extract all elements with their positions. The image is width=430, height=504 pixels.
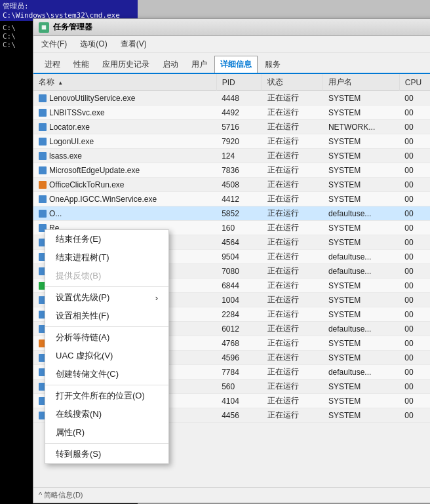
- menu-view[interactable]: 查看(V): [118, 37, 149, 51]
- tab-services[interactable]: 服务: [259, 56, 286, 73]
- submenu-arrow-icon: ›: [155, 293, 158, 303]
- context-menu-item[interactable]: 属性(R): [45, 423, 168, 442]
- proc-cpu-cell: 00: [399, 192, 430, 206]
- context-menu-item: 提供反馈(B): [45, 267, 168, 285]
- proc-name-cell: Locator.exe: [33, 120, 216, 134]
- proc-cpu-cell: 00: [399, 351, 430, 365]
- proc-user-cell: SYSTEM: [323, 221, 399, 235]
- proc-pid-cell: 4412: [216, 192, 262, 206]
- proc-name-cell: LenovoUtilityService.exe: [33, 91, 216, 106]
- proc-cpu-cell: 00: [399, 408, 430, 423]
- proc-status-cell: 正在运行: [262, 91, 323, 106]
- proc-cpu-cell: 00: [399, 91, 430, 106]
- proc-icon: [39, 138, 47, 145]
- table-row[interactable]: MicrosoftEdgeUpdate.exe 7836 正在运行 SYSTEM…: [33, 163, 430, 178]
- tm-title: 任务管理器: [53, 22, 92, 33]
- proc-pid-cell: 9504: [216, 250, 262, 264]
- context-menu-item[interactable]: 设置相关性(F): [45, 307, 168, 325]
- proc-status-cell: 正在运行: [262, 307, 323, 322]
- proc-icon: [39, 109, 47, 117]
- proc-pid-cell: 160: [216, 221, 262, 235]
- menu-bar: 文件(F) 选项(O) 查看(V): [33, 36, 430, 53]
- proc-user-cell: defaultuse...: [323, 264, 399, 279]
- proc-cpu-cell: 00: [399, 134, 430, 149]
- proc-user-cell: SYSTEM: [323, 408, 399, 423]
- table-row[interactable]: OfficeClickToRun.exe 4508 正在运行 SYSTEM 00: [33, 178, 430, 192]
- proc-pid-cell: 4596: [216, 351, 262, 365]
- proc-user-cell: defaultuse...: [323, 206, 399, 221]
- proc-cpu-cell: 00: [399, 379, 430, 394]
- proc-name-cell: MicrosoftEdgeUpdate.exe: [33, 163, 216, 178]
- menu-options[interactable]: 选项(O): [77, 37, 109, 51]
- proc-user-cell: SYSTEM: [323, 134, 399, 149]
- proc-cpu-cell: 00: [399, 250, 430, 264]
- tab-performance[interactable]: 性能: [68, 56, 95, 73]
- proc-pid-cell: 6844: [216, 279, 262, 293]
- tab-users[interactable]: 用户: [186, 56, 213, 73]
- tab-processes[interactable]: 进程: [39, 56, 66, 73]
- context-menu-item[interactable]: 结束进程树(T): [45, 248, 168, 267]
- proc-icon: [39, 195, 47, 203]
- proc-cpu-cell: 00: [399, 163, 430, 178]
- proc-cpu-cell: 00: [399, 365, 430, 379]
- tab-details[interactable]: 详细信息: [214, 56, 258, 73]
- tab-app-history[interactable]: 应用历史记录: [96, 56, 155, 73]
- context-menu-item[interactable]: 分析等待链(A): [45, 328, 168, 347]
- col-pid[interactable]: PID: [216, 74, 262, 91]
- table-row[interactable]: LNBITSSvc.exe 4492 正在运行 SYSTEM 00: [33, 106, 430, 120]
- tab-startup[interactable]: 启动: [157, 56, 184, 73]
- proc-cpu-cell: 00: [399, 307, 430, 322]
- col-status[interactable]: 状态: [262, 74, 323, 91]
- table-row[interactable]: Locator.exe 5716 正在运行 NETWORK... 00: [33, 120, 430, 134]
- proc-user-cell: defaultuse...: [323, 250, 399, 264]
- menu-file[interactable]: 文件(F): [39, 37, 69, 51]
- proc-pid-cell: 1004: [216, 293, 262, 307]
- table-header-row: 名称 ▲ PID 状态 用户名 CPU: [33, 74, 430, 91]
- proc-name-cell: O...: [33, 206, 216, 221]
- proc-status-cell: 正在运行: [262, 206, 323, 221]
- proc-status-cell: 正在运行: [262, 322, 323, 336]
- context-menu-item[interactable]: 在线搜索(N): [45, 405, 168, 423]
- proc-pid-cell: 4456: [216, 408, 262, 423]
- proc-icon: [39, 94, 47, 102]
- proc-pid-cell: 7080: [216, 264, 262, 279]
- status-text[interactable]: ^ 简略信息(D): [39, 490, 83, 500]
- proc-user-cell: SYSTEM: [323, 106, 399, 120]
- col-name[interactable]: 名称 ▲: [33, 74, 216, 91]
- col-cpu[interactable]: CPU: [399, 74, 430, 91]
- table-row[interactable]: LogonUI.exe 7920 正在运行 SYSTEM 00: [33, 134, 430, 149]
- proc-pid-cell: 560: [216, 379, 262, 394]
- proc-cpu-cell: 00: [399, 322, 430, 336]
- table-row[interactable]: O... 5852 正在运行 defaultuse... 00: [33, 206, 430, 221]
- proc-status-cell: 正在运行: [262, 106, 323, 120]
- proc-user-cell: defaultuse...: [323, 322, 399, 336]
- proc-user-cell: SYSTEM: [323, 91, 399, 106]
- context-menu-item[interactable]: 设置优先级(P)›: [45, 288, 168, 307]
- proc-pid-cell: 124: [216, 149, 262, 163]
- context-menu-item[interactable]: 创建转储文件(C): [45, 365, 168, 383]
- proc-user-cell: SYSTEM: [323, 336, 399, 351]
- context-menu-item[interactable]: 转到服务(S): [45, 445, 168, 463]
- cmd-title-text: 管理员: C:\Windows\system32\cmd.exe: [3, 2, 120, 20]
- proc-status-cell: 正在运行: [262, 149, 323, 163]
- context-menu-item[interactable]: 打开文件所在的位置(O): [45, 387, 168, 405]
- col-username[interactable]: 用户名: [323, 74, 399, 91]
- proc-status-cell: 正在运行: [262, 264, 323, 279]
- proc-user-cell: SYSTEM: [323, 235, 399, 250]
- context-menu-item[interactable]: UAC 虚拟化(V): [45, 347, 168, 365]
- proc-status-cell: 正在运行: [262, 250, 323, 264]
- proc-status-cell: 正在运行: [262, 279, 323, 293]
- proc-user-cell: SYSTEM: [323, 192, 399, 206]
- proc-pid-cell: 7836: [216, 163, 262, 178]
- proc-icon: [39, 152, 47, 160]
- table-row[interactable]: OneApp.IGCC.WinService.exe 4412 正在运行 SYS…: [33, 192, 430, 206]
- proc-name-cell: LogonUI.exe: [33, 134, 216, 149]
- proc-pid-cell: 5852: [216, 206, 262, 221]
- context-menu-item[interactable]: 结束任务(E): [45, 230, 168, 248]
- proc-icon: [39, 123, 47, 131]
- proc-user-cell: SYSTEM: [323, 279, 399, 293]
- table-row[interactable]: LenovoUtilityService.exe 4448 正在运行 SYSTE…: [33, 91, 430, 106]
- proc-status-cell: 正在运行: [262, 134, 323, 149]
- table-row[interactable]: lsass.exe 124 正在运行 SYSTEM 00: [33, 149, 430, 163]
- proc-user-cell: SYSTEM: [323, 163, 399, 178]
